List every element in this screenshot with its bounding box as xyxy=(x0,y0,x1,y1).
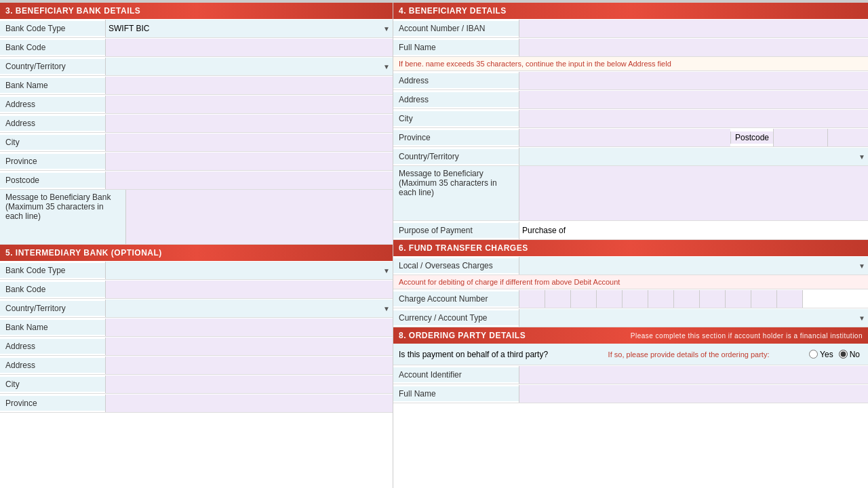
r-address2-row: Address xyxy=(393,90,868,109)
country-territory-row: Country/Territory ▼ xyxy=(0,57,393,76)
charge-cells xyxy=(519,290,868,308)
charge-cell-11[interactable] xyxy=(777,290,803,308)
charge-cell-1[interactable] xyxy=(519,290,545,308)
charge-cell-2[interactable] xyxy=(545,290,571,308)
purpose-input[interactable] xyxy=(519,222,868,239)
s5-address2-input[interactable] xyxy=(105,357,393,374)
msg-bene-textarea[interactable] xyxy=(519,166,868,220)
section8-title: 8. ORDERING PARTY DETAILS xyxy=(399,331,526,340)
msg-bene-bank-label: Message to Beneficiary Bank (Maximum 35 … xyxy=(0,190,125,244)
bank-code-type-row: Bank Code Type SWIFT BIC ▼ xyxy=(0,19,393,38)
r-postcode-input[interactable] xyxy=(773,129,827,146)
yes-radio[interactable] xyxy=(809,350,818,359)
section5-title: 5. INTERMEDIARY BANK (OPTIONAL) xyxy=(5,248,162,258)
local-overseas-select[interactable] xyxy=(519,257,868,274)
province-row: Province xyxy=(0,152,393,171)
address2-input[interactable] xyxy=(105,115,393,132)
yes-label: Yes xyxy=(820,350,833,359)
postcode-label: Postcode xyxy=(0,173,105,188)
local-overseas-select-wrapper[interactable]: ▼ xyxy=(519,257,868,274)
local-overseas-label: Local / Overseas Charges xyxy=(393,258,519,273)
r-country-select-wrapper[interactable]: ▼ xyxy=(519,148,868,165)
charge-account-row: Charge Account Number xyxy=(393,289,868,308)
account-number-label: Account Number / IBAN xyxy=(393,21,519,36)
charge-cell-3[interactable] xyxy=(571,290,597,308)
s5-country-label: Country/Territory xyxy=(0,301,105,316)
r-address2-label: Address xyxy=(393,92,519,107)
s5-bank-name-input[interactable] xyxy=(105,319,393,336)
s5-bank-code-type-select-wrapper[interactable]: ▼ xyxy=(105,262,393,279)
charge-cell-9[interactable] xyxy=(726,290,751,308)
s5-province-input[interactable] xyxy=(105,394,393,412)
third-party-row: Is this payment on behalf of a third par… xyxy=(393,344,868,365)
yes-radio-label[interactable]: Yes xyxy=(809,350,833,359)
section3-header: 3. BENEFICIARY BANK DETAILS xyxy=(0,3,393,19)
r-country-select[interactable] xyxy=(519,148,868,165)
r-city-input[interactable] xyxy=(519,110,868,127)
section8-header: 8. ORDERING PARTY DETAILS Please complet… xyxy=(393,327,868,344)
section8-note: Please complete this section if account … xyxy=(631,332,863,340)
s5-address1-input[interactable] xyxy=(105,338,393,355)
charge-cell-6[interactable] xyxy=(648,290,674,308)
charge-cell-4[interactable] xyxy=(597,290,623,308)
third-party-radio-group: Yes No xyxy=(801,350,868,359)
address1-input[interactable] xyxy=(105,96,393,113)
account-identifier-input[interactable] xyxy=(519,366,868,384)
currency-account-select-wrapper[interactable]: ▼ xyxy=(519,309,868,327)
s5-city-label: City xyxy=(0,377,105,392)
r-address2-input[interactable] xyxy=(519,91,868,108)
r-province-label: Province xyxy=(393,130,519,145)
currency-account-label: Currency / Account Type xyxy=(393,310,519,325)
s5-province-row: Province xyxy=(0,394,393,413)
city-input[interactable] xyxy=(105,134,393,151)
s5-country-select-wrapper[interactable]: ▼ xyxy=(105,300,393,317)
s5-bank-name-label: Bank Name xyxy=(0,320,105,335)
no-radio[interactable] xyxy=(839,350,848,359)
s8-full-name-input[interactable] xyxy=(519,385,868,403)
full-name-row: Full Name xyxy=(393,38,868,57)
charge-account-label: Charge Account Number xyxy=(393,291,519,306)
country-territory-select-wrapper[interactable]: ▼ xyxy=(105,58,393,75)
s5-country-select[interactable] xyxy=(106,300,393,317)
r-address1-input[interactable] xyxy=(519,72,868,89)
charge-cell-5[interactable] xyxy=(623,290,648,308)
s5-bank-code-type-label: Bank Code Type xyxy=(0,263,105,278)
s5-bank-name-row: Bank Name xyxy=(0,318,393,337)
postcode-label-right: Postcode xyxy=(730,131,773,144)
charge-cell-10[interactable] xyxy=(751,290,777,308)
r-address1-label: Address xyxy=(393,73,519,88)
s5-bank-code-row: Bank Code xyxy=(0,280,393,299)
s5-bank-code-label: Bank Code xyxy=(0,282,105,297)
bank-name-input[interactable] xyxy=(105,77,393,94)
r-postcode-extra-input[interactable] xyxy=(827,129,868,146)
province-input[interactable] xyxy=(105,152,393,170)
bank-code-type-label: Bank Code Type xyxy=(0,21,105,36)
charge-cell-8[interactable] xyxy=(700,290,726,308)
msg-bene-bank-textarea[interactable] xyxy=(125,190,393,244)
s5-bank-code-input[interactable] xyxy=(105,281,393,298)
account-identifier-label: Account Identifier xyxy=(393,367,519,382)
currency-account-select[interactable] xyxy=(519,309,868,327)
s8-full-name-row: Full Name xyxy=(393,384,868,403)
s5-address1-label: Address xyxy=(0,339,105,354)
account-number-input[interactable] xyxy=(519,20,868,37)
country-territory-label: Country/Territory xyxy=(0,59,105,74)
full-name-input[interactable] xyxy=(519,39,868,56)
bank-code-type-select[interactable]: SWIFT BIC xyxy=(106,20,393,37)
bank-code-input[interactable] xyxy=(105,39,393,56)
postcode-input[interactable] xyxy=(105,171,393,189)
bank-code-type-select-wrapper[interactable]: SWIFT BIC ▼ xyxy=(105,20,393,37)
charge-cell-7[interactable] xyxy=(674,290,700,308)
msg-bene-label: Message to Beneficiary (Maximum 35 chara… xyxy=(393,166,519,220)
bank-code-row: Bank Code xyxy=(0,38,393,57)
no-radio-label[interactable]: No xyxy=(839,350,860,359)
r-province-input[interactable] xyxy=(519,129,730,146)
s5-city-input[interactable] xyxy=(105,375,393,393)
bank-code-label: Bank Code xyxy=(0,40,105,55)
bank-name-label: Bank Name xyxy=(0,78,105,93)
account-number-row: Account Number / IBAN xyxy=(393,19,868,38)
s5-bank-code-type-select[interactable] xyxy=(106,262,393,279)
country-territory-select[interactable] xyxy=(106,58,393,75)
info-bar: If bene. name exceeds 35 characters, con… xyxy=(393,57,868,71)
r-province-row: Province Postcode xyxy=(393,128,868,147)
